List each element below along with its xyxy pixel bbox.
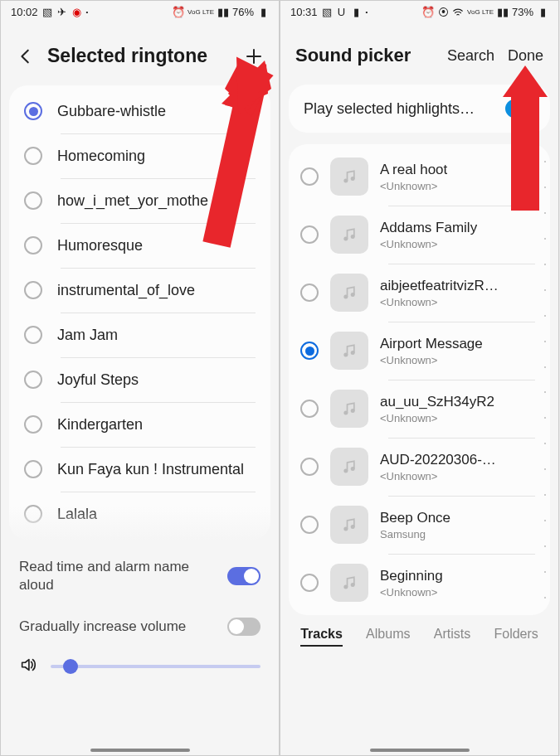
ringtone-row[interactable]: Gubbare-whistle	[9, 89, 270, 133]
location-icon: ⦿	[437, 7, 449, 18]
radio-button[interactable]	[300, 167, 319, 186]
gallery-icon: ▧	[321, 7, 333, 18]
back-button[interactable]	[16, 46, 36, 66]
svg-point-11	[343, 295, 348, 299]
setting-read-aloud[interactable]: Read time and alarm name aloud	[1, 546, 279, 606]
ringtone-row[interactable]: Kun Faya kun ! Instrumental	[9, 447, 270, 492]
ringtone-list[interactable]: Gubbare-whistleHomecominghow_i_met_yor_m…	[9, 85, 270, 540]
ringtone-label: Jam Jam	[57, 327, 118, 344]
ringtone-row[interactable]: Kindergarten	[9, 402, 270, 447]
radio-button[interactable]	[300, 458, 319, 476]
done-button[interactable]: Done	[508, 47, 543, 65]
svg-point-8	[351, 177, 355, 181]
radio-button[interactable]	[24, 460, 42, 478]
alarm-icon: ⏰	[422, 7, 434, 18]
song-artist: <Unknown>	[380, 412, 494, 424]
ringtone-label: instrumental_of_love	[57, 282, 195, 299]
music-note-icon	[330, 274, 368, 312]
song-text: Addams Family<Unknown>	[380, 220, 477, 250]
svg-point-9	[343, 237, 348, 241]
song-title: Airport Message	[380, 336, 483, 352]
tab-tracks[interactable]: Tracks	[300, 627, 343, 647]
song-text: aibjeetfeatritvizR…<Unknown>	[380, 278, 499, 308]
screen-selected-ringtone: 10:02 ▧ ✈ ◉ • ⏰ VoG LTE ▮▮ 76% ▮ Selecte…	[0, 0, 280, 756]
setting-label: Read time and alarm name aloud	[19, 558, 217, 594]
song-text: Beep OnceSamsung	[380, 510, 450, 540]
song-title: au_uu_SzH34yR2	[380, 394, 494, 410]
ringtone-row[interactable]: Lalala	[9, 492, 270, 536]
radio-button[interactable]	[300, 225, 319, 244]
ringtone-row[interactable]: how_i_met_yor_mothe	[9, 178, 270, 223]
svg-point-7	[343, 179, 348, 183]
status-bar: 10:31 ▧ U ▮ • ⏰ ⦿ VoG LTE ▮▮ 73% ▮	[280, 1, 558, 22]
radio-button[interactable]	[300, 342, 319, 360]
radio-button[interactable]	[24, 415, 42, 434]
nav-pill[interactable]	[370, 749, 470, 752]
volume-slider[interactable]	[51, 665, 261, 668]
add-ringtone-button[interactable]	[244, 46, 264, 66]
gallery-icon: ▧	[41, 7, 53, 18]
setting-gradual-volume[interactable]: Gradually increase volume	[1, 606, 279, 647]
ringtone-label: Humoresque	[57, 237, 143, 254]
ringtone-row[interactable]: Joyful Steps	[9, 357, 270, 402]
radio-button[interactable]	[24, 191, 42, 210]
song-text: Beginning<Unknown>	[380, 568, 443, 598]
setting-label: Gradually increase volume	[19, 618, 217, 636]
svg-point-14	[351, 351, 355, 355]
tab-artists[interactable]: Artists	[434, 627, 470, 647]
ringtone-row[interactable]: Jam Jam	[9, 313, 270, 357]
song-title: AUD-20220306-…	[380, 452, 496, 468]
tab-folders[interactable]: Folders	[494, 627, 538, 647]
music-note-icon	[330, 448, 368, 486]
radio-button[interactable]	[24, 281, 42, 299]
svg-point-20	[351, 525, 355, 529]
ringtone-row[interactable]: instrumental_of_love	[9, 268, 270, 313]
slider-thumb[interactable]	[63, 659, 78, 674]
play-highlights-row[interactable]: Play selected highlights…	[289, 85, 550, 133]
header: Selected ringtone	[1, 22, 279, 85]
radio-button[interactable]	[300, 574, 319, 592]
nav-pill[interactable]	[90, 749, 190, 752]
toggle-gradual-volume[interactable]	[227, 618, 261, 636]
play-highlights-label: Play selected highlights…	[304, 100, 505, 118]
ringtone-label: Homecoming	[57, 148, 145, 165]
radio-button[interactable]	[24, 326, 42, 344]
song-artist: <Unknown>	[380, 238, 477, 250]
toggle-read-aloud[interactable]	[227, 567, 261, 585]
song-title: Addams Family	[380, 220, 477, 236]
battery-icon: ▮	[257, 7, 269, 18]
song-text: Airport Message<Unknown>	[380, 336, 483, 366]
tab-albums[interactable]: Albums	[366, 627, 410, 647]
song-row[interactable]: au_uu_SzH34yR2<Unknown>	[289, 380, 550, 438]
song-list[interactable]: A real hoot<Unknown>Addams Family<Unknow…	[289, 144, 550, 615]
svg-point-13	[343, 353, 348, 357]
music-note-icon	[330, 390, 368, 428]
song-row[interactable]: Addams Family<Unknown>	[289, 206, 550, 264]
song-row[interactable]: Airport Message<Unknown>	[289, 322, 550, 380]
song-title: aibjeetfeatritvizR…	[380, 278, 499, 294]
ringtone-label: Kindergarten	[57, 416, 143, 434]
radio-button[interactable]	[300, 516, 319, 534]
song-row[interactable]: aibjeetfeatritvizR…<Unknown>	[289, 264, 550, 322]
song-row[interactable]: Beep OnceSamsung	[289, 496, 550, 554]
search-button[interactable]: Search	[447, 47, 494, 65]
volume-icon	[19, 656, 37, 677]
song-row[interactable]: Beginning<Unknown>	[289, 554, 550, 612]
radio-button[interactable]	[24, 371, 42, 389]
ringtone-label: Kun Faya kun ! Instrumental	[57, 461, 244, 478]
radio-button[interactable]	[300, 400, 319, 418]
radio-button[interactable]	[300, 284, 319, 302]
radio-button[interactable]	[24, 147, 42, 165]
ringtone-row[interactable]: Homecoming	[9, 133, 270, 178]
svg-point-12	[351, 293, 355, 297]
radio-button[interactable]	[24, 102, 42, 120]
ringtone-label: Joyful Steps	[57, 371, 139, 389]
toggle-play-highlights[interactable]	[505, 99, 535, 118]
radio-button[interactable]	[24, 505, 42, 523]
status-time: 10:31	[290, 6, 318, 18]
radio-button[interactable]	[24, 236, 42, 254]
tab-bar: Tracks Albums Artists Folders	[280, 615, 558, 665]
song-row[interactable]: AUD-20220306-…<Unknown>	[289, 438, 550, 496]
ringtone-row[interactable]: Humoresque	[9, 223, 270, 268]
song-row[interactable]: A real hoot<Unknown>	[289, 148, 550, 206]
